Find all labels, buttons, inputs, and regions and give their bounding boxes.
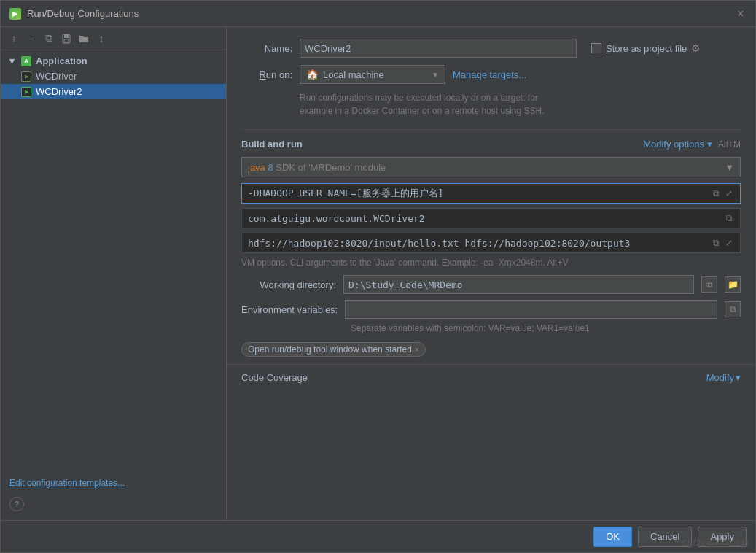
dialog-title: Run/Debug Configurations	[27, 8, 139, 19]
env-vars-input[interactable]	[345, 300, 717, 319]
vm-options-value: -DHADOOP_USER_NAME=[服务器上的用户名]	[248, 187, 712, 200]
store-project-checkbox[interactable]	[591, 43, 601, 53]
sidebar-child-label-1: WCDriver	[36, 71, 77, 82]
run-on-row: Run on: 🏠 Local machine ▼ Manage targets…	[241, 65, 741, 84]
code-coverage-row: Code Coverage Modify ▾	[227, 364, 755, 390]
class-value: com.atguigu.wordcount.WCDriver2	[248, 213, 725, 224]
name-row: Name: Store as project file ⚙	[241, 39, 741, 58]
title-bar-left: ▶ Run/Debug Configurations	[9, 8, 139, 20]
vm-field-icons: ⧉ ⤢	[712, 187, 734, 199]
args-field-icons: ⧉ ⤢	[712, 237, 734, 249]
env-hint: Separate variables with semicolon: VAR=v…	[351, 323, 741, 333]
svg-rect-1	[64, 34, 69, 38]
dropdown-arrow-icon: ▼	[432, 71, 439, 79]
class-field[interactable]: com.atguigu.wordcount.WCDriver2 ⧉	[241, 208, 741, 228]
svg-rect-2	[64, 39, 69, 42]
sidebar: + − ⧉ ↕ ▾	[1, 27, 227, 520]
java-dropdown-arrow-icon: ▼	[725, 162, 734, 173]
working-dir-row: Working directory: ⧉ 📁	[241, 275, 741, 294]
tag-label: Open run/debug tool window when started	[248, 344, 412, 355]
copy-config-button[interactable]: ⧉	[42, 31, 56, 46]
name-input[interactable]	[300, 39, 577, 58]
modify-options-button[interactable]: Modify options ▾	[643, 139, 712, 150]
application-icon: A	[21, 56, 31, 66]
run-description: Run configurations may be executed local…	[300, 91, 741, 117]
store-project-section: Store as project file ⚙	[591, 42, 701, 54]
sidebar-toolbar: + − ⧉ ↕	[1, 27, 226, 50]
ok-button[interactable]: OK	[593, 527, 632, 547]
main-panel: Name: Store as project file ⚙ Run on:	[227, 27, 755, 520]
working-dir-browse-icon[interactable]: ⧉	[701, 276, 717, 293]
modify-arrow-icon: ▾	[736, 372, 741, 383]
tag-close-button[interactable]: ×	[415, 346, 419, 354]
code-coverage-label: Code Coverage	[241, 372, 308, 383]
run-on-value: Local machine	[323, 69, 384, 80]
args-value: hdfs://hadoop102:8020/input/hello.txt hd…	[248, 238, 712, 249]
close-button[interactable]: ×	[735, 8, 747, 20]
run-on-label: Run on:	[241, 69, 292, 80]
help-button[interactable]: ?	[9, 497, 24, 511]
build-run-title: Build and run	[241, 139, 303, 150]
store-project-gear-icon[interactable]: ⚙	[691, 42, 701, 54]
args-field[interactable]: hdfs://hadoop102:8020/input/hello.txt hd…	[241, 233, 741, 253]
vm-copy-icon[interactable]: ⧉	[712, 187, 721, 199]
title-bar: ▶ Run/Debug Configurations ×	[1, 1, 755, 27]
vm-hint: VM options. CLI arguments to the 'Java' …	[241, 258, 741, 268]
sort-config-button[interactable]: ↕	[94, 31, 109, 46]
modify-label: Modify	[706, 372, 734, 383]
modify-coverage-button[interactable]: Modify ▾	[706, 372, 741, 383]
add-config-button[interactable]: +	[7, 31, 21, 46]
expand-icon: ▾	[7, 56, 17, 66]
store-project-label: Store as project file	[606, 43, 687, 54]
class-copy-icon[interactable]: ⧉	[725, 212, 734, 224]
run-on-home-icon: 🏠	[306, 69, 319, 80]
remove-config-button[interactable]: −	[24, 31, 39, 46]
modify-shortcut: Alt+M	[718, 139, 741, 150]
env-vars-row: Environment variables: ⧉	[241, 300, 741, 319]
modify-options-label: Modify options	[643, 139, 704, 150]
env-vars-label: Environment variables:	[241, 304, 338, 315]
tag-chip: Open run/debug tool window when started …	[241, 342, 426, 357]
sidebar-group-label: Application	[36, 55, 87, 66]
working-dir-input[interactable]	[343, 275, 694, 294]
sidebar-item-wcdriver2[interactable]: ▶ WCDriver2	[1, 84, 226, 99]
vm-options-field[interactable]: -DHADOOP_USER_NAME=[服务器上的用户名] ⧉ ⤢	[241, 183, 741, 204]
form-section: Name: Store as project file ⚙ Run on:	[227, 27, 755, 357]
run-debug-dialog: ▶ Run/Debug Configurations × + − ⧉	[0, 0, 756, 553]
sidebar-item-application[interactable]: ▾ A Application	[1, 53, 226, 69]
config-icon-2: ▶	[21, 87, 31, 97]
save-config-button[interactable]	[59, 31, 74, 46]
sidebar-item-wcdriver[interactable]: ▶ WCDriver	[1, 69, 226, 84]
tags-section: Open run/debug tool window when started …	[241, 342, 741, 357]
run-on-dropdown[interactable]: 🏠 Local machine ▼	[300, 65, 445, 84]
watermark: CSDN @梧桐1233	[682, 538, 749, 549]
class-field-icons: ⧉	[725, 212, 734, 224]
content-area: + − ⧉ ↕ ▾	[1, 27, 755, 520]
args-expand-icon[interactable]: ⤢	[724, 237, 734, 249]
name-label: Name:	[241, 43, 292, 54]
sidebar-tree: ▾ A Application ▶ WCDriver ▶ WCDriver2	[1, 50, 226, 267]
args-copy-icon[interactable]: ⧉	[712, 237, 721, 249]
manage-targets-link[interactable]: Manage targets...	[453, 69, 526, 80]
divider-1	[241, 129, 741, 130]
build-run-header: Build and run Modify options ▾ Alt+M	[241, 139, 741, 150]
modify-options-arrow: ▾	[707, 139, 712, 150]
working-dir-label: Working directory:	[241, 279, 336, 290]
config-icon: ▶	[21, 71, 31, 82]
edit-templates-link[interactable]: Edit configuration templates...	[9, 478, 125, 488]
dialog-icon: ▶	[9, 8, 21, 20]
vm-expand-icon[interactable]: ⤢	[724, 187, 734, 199]
working-dir-folder-icon[interactable]: 📁	[725, 276, 741, 293]
sidebar-child-label-2: WCDriver2	[36, 86, 82, 97]
folder-config-button[interactable]	[77, 31, 91, 46]
env-vars-browse-icon[interactable]: ⧉	[725, 301, 741, 317]
dialog-footer: OK Cancel Apply	[1, 520, 755, 552]
java-sdk-dropdown[interactable]: java 8 SDK of 'MRDemo' module ▼	[241, 157, 741, 177]
java-sdk-value: java 8 SDK of 'MRDemo' module	[248, 162, 386, 173]
